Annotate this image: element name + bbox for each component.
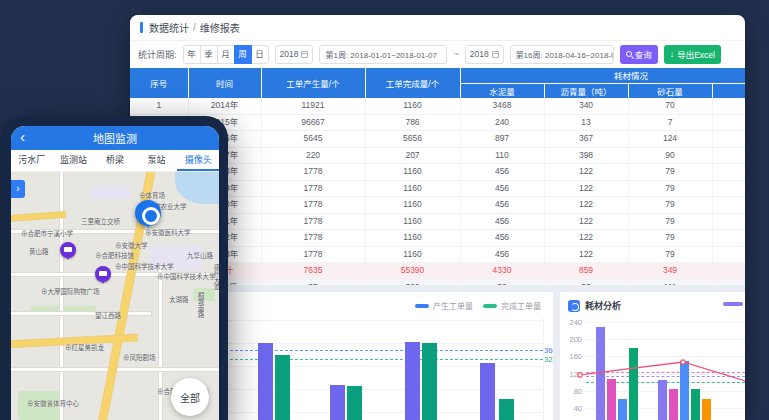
table-cell: 79 — [628, 246, 712, 263]
average-line-label: 323 — [544, 355, 553, 364]
table-cell: 67 — [712, 230, 745, 247]
y-axis-tick: 80 — [562, 387, 582, 396]
legend-label: 完成工单量 — [501, 300, 541, 311]
total-cell: 334 — [712, 263, 745, 280]
tab-泵站[interactable]: 泵站 — [136, 150, 178, 171]
col-subheader-0: 水泥量 — [460, 83, 544, 98]
legend-item[interactable]: 完成工单量 — [483, 300, 541, 311]
map-label: 太湖路 — [169, 294, 189, 304]
map-label: 九华山路 — [187, 250, 213, 260]
bar-consumable — [629, 348, 638, 420]
average-cell: 35 — [261, 279, 365, 285]
camera-pin[interactable] — [95, 266, 111, 282]
show-all-button[interactable]: 全部 — [171, 378, 209, 416]
total-cell: 859 — [544, 263, 628, 280]
table-cell: 67 — [712, 197, 745, 214]
map-label: 黄山路 — [29, 246, 49, 256]
export-excel-button[interactable]: ↓ 导出Excel — [664, 45, 721, 64]
table-cell: 786 — [365, 114, 460, 131]
end-year-select[interactable]: 2018 — [465, 45, 504, 64]
consumables-chart: 耗材分析 2402001601208040 — [560, 292, 745, 420]
chart-legend: 产生工单量完成工单量 — [415, 300, 541, 311]
col-subheader-1: 沥青量（吨） — [544, 83, 628, 98]
start-week-input[interactable]: 第1周: 2018-01-01~2018-01-07 — [319, 45, 447, 64]
y-axis-tick: 40 — [562, 404, 582, 413]
road — [60, 172, 63, 420]
period-option-4[interactable]: 日 — [251, 45, 269, 64]
map-label: 三里庵立交桥 — [81, 216, 120, 226]
table-cell: 122 — [544, 180, 628, 197]
tab-监测站[interactable]: 监测站 — [53, 150, 95, 171]
bar-created — [258, 343, 273, 420]
gridline — [586, 322, 745, 323]
table-cell: 220 — [261, 147, 365, 164]
table-cell: 456 — [460, 246, 544, 263]
road — [11, 312, 151, 315]
period-option-2[interactable]: 月 — [217, 45, 235, 64]
col-header-no: 序号 — [130, 68, 188, 98]
map-label: ⊕中国科学技术大学 — [115, 261, 174, 271]
table-cell: 5656 — [365, 131, 460, 148]
bar-consumable — [680, 361, 689, 420]
period-segment: 年季月周日 — [183, 45, 269, 64]
gridline — [586, 356, 745, 357]
table-cell: 70 — [628, 98, 712, 114]
table-cell: 110 — [460, 147, 544, 164]
back-arrow-icon[interactable]: ‹ — [20, 128, 25, 145]
period-label: 统计周期: — [138, 48, 177, 61]
map-expand-button[interactable]: › — [11, 180, 25, 198]
table-cell: 124 — [628, 131, 712, 148]
map-label: 桐城南路 — [195, 292, 205, 318]
table-cell: 456 — [460, 230, 544, 247]
tab-摄像头[interactable]: 摄像头 — [177, 150, 219, 171]
road — [159, 267, 162, 420]
start-week-value: 第1周: 2018-01-01~2018-01-07 — [325, 49, 436, 60]
app-header: ‹ 地图监测 — [11, 126, 219, 150]
bar-completed — [347, 386, 362, 420]
y-axis-tick: 160 — [562, 352, 582, 361]
tab-桥梁[interactable]: 桥梁 — [94, 150, 136, 171]
table-cell: 1 — [130, 98, 188, 114]
query-button[interactable]: 查询 — [620, 45, 658, 64]
table-cell: 1160 — [365, 164, 460, 181]
table-cell: 79 — [628, 164, 712, 181]
end-week-input[interactable]: 第16周: 2018-04-16~2018-04-22 — [510, 45, 614, 64]
road — [11, 212, 65, 221]
table-cell: 398 — [544, 147, 628, 164]
plot-right-border — [543, 318, 544, 420]
campus-area — [90, 187, 130, 199]
table-cell: 67 — [712, 164, 745, 181]
start-year-select[interactable]: 2018 — [275, 45, 314, 64]
table-cell: 1160 — [365, 180, 460, 197]
period-option-3[interactable]: 周 — [234, 45, 252, 64]
legend-swatch — [483, 304, 497, 308]
table-cell: 19 — [712, 147, 745, 164]
table-cell: 456 — [460, 164, 544, 181]
total-cell: 7635 — [261, 263, 365, 280]
location-pin[interactable] — [135, 200, 161, 226]
camera-pin[interactable] — [60, 242, 76, 258]
table-cell: 2014年 — [188, 98, 261, 114]
map-view[interactable]: ⊕体育场⊕安徽农业大学三里庵立交桥⊕安徽医科大学⊕合肥市宁溪小学⊕安徽大学⊕合肥… — [11, 172, 219, 420]
y-axis-tick: 200 — [562, 335, 582, 344]
table-cell: 340 — [544, 98, 628, 114]
period-option-0[interactable]: 年 — [183, 45, 201, 64]
period-option-1[interactable]: 季 — [200, 45, 218, 64]
table-cell: 1778 — [261, 164, 365, 181]
legend-label: 产生工单量 — [433, 300, 473, 311]
bar-created — [480, 363, 495, 420]
phone-screen: ‹ 地图监测 污水厂监测站桥梁泵站摄像头 — [11, 126, 219, 420]
range-tilde: ~ — [453, 49, 458, 59]
app-title: 地图监测 — [93, 130, 137, 146]
map-label: ⊕大摩国际购物广场 — [41, 286, 100, 296]
calendar-icon — [492, 51, 499, 58]
table-cell: 207 — [365, 147, 460, 164]
legend-swatch — [415, 304, 429, 308]
table-cell: 250 — [712, 98, 745, 114]
breadcrumb-section[interactable]: 数据统计 — [149, 20, 189, 35]
col-header-completed: 工单完成量/个 — [365, 68, 460, 98]
legend-item[interactable]: 产生工单量 — [415, 300, 473, 311]
tab-污水厂[interactable]: 污水厂 — [11, 150, 53, 171]
table-cell: 1160 — [365, 197, 460, 214]
col-header-consumables-group: 耗材情况 — [460, 68, 745, 83]
